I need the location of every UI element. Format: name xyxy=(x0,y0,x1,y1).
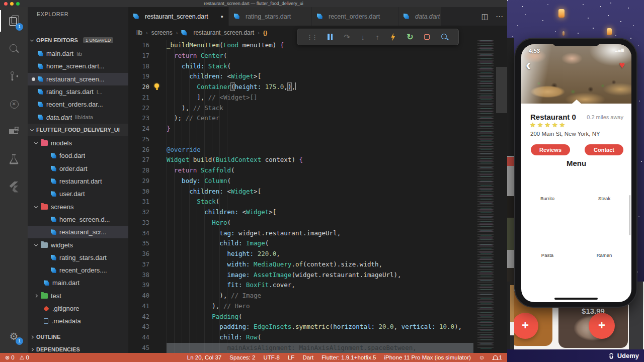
tree-file-item[interactable]: food.dart xyxy=(28,149,128,162)
open-editor-item[interactable]: data.dartlib/data xyxy=(28,111,128,123)
tree-file-item[interactable]: restaurant_scr... xyxy=(28,226,128,238)
menu-item-burrito[interactable]: Burrito xyxy=(526,196,569,201)
add-item-button[interactable]: + xyxy=(589,313,615,339)
breadcrumb-item[interactable]: lib xyxy=(136,29,142,36)
notifications-indicator[interactable]: 1 xyxy=(493,354,502,360)
open-editor-item[interactable]: main.dartlib xyxy=(28,47,128,60)
open-editor-item[interactable]: rating_stars.dartl... xyxy=(28,85,128,98)
tree-folder-widgets[interactable]: widgets xyxy=(28,238,128,251)
tree-folder-test[interactable]: test xyxy=(28,290,128,302)
project-section-header[interactable]: FLUTTER_FOOD_DELIVERY_UI xyxy=(28,124,128,136)
gutter xyxy=(149,249,167,259)
activity-item-flutter[interactable] xyxy=(0,173,28,201)
gutter xyxy=(149,332,167,343)
activity-item-search[interactable] xyxy=(0,35,28,62)
step-out-button[interactable]: ↑ xyxy=(376,33,380,41)
widget-inspector-button[interactable] xyxy=(441,33,449,41)
dependencies-section-header[interactable]: DEPENDENCIES xyxy=(28,343,128,353)
menu-item-steak[interactable]: Steak xyxy=(583,196,625,201)
errors-indicator[interactable]: ⊗0 xyxy=(5,354,15,361)
tab-rating_stars-dart[interactable]: rating_stars.dart xyxy=(229,7,312,26)
feedback-smiley-icon[interactable]: ☺ xyxy=(479,354,485,360)
token: Food xyxy=(223,41,238,49)
udemy-watermark-bar: Udemy xyxy=(507,349,644,362)
menu-item-pasta[interactable]: Pasta xyxy=(526,252,569,258)
split-editor-icon[interactable]: ◫ xyxy=(481,12,489,21)
status-indentation[interactable]: Spaces: 2 xyxy=(229,354,255,360)
dart-file-icon xyxy=(51,166,56,171)
token: children: xyxy=(189,188,223,195)
add-item-button[interactable]: + xyxy=(512,313,538,339)
activity-item-source-control[interactable] xyxy=(0,62,28,90)
tree-file-item[interactable]: main.dart xyxy=(28,277,128,289)
minimap-slider[interactable] xyxy=(496,67,507,113)
lightbulb-icon[interactable] xyxy=(154,83,159,88)
activity-item-extensions[interactable] xyxy=(0,118,28,145)
line-number: 26 xyxy=(128,145,149,155)
contact-button[interactable]: Contact xyxy=(585,144,623,155)
step-over-button[interactable]: ↷ xyxy=(344,33,350,41)
drag-grip-icon[interactable]: ⋮⋮ xyxy=(307,34,317,41)
code-editor[interactable]: 16_buildMenuItem(Food menuItem) {17 retu… xyxy=(128,40,507,353)
open-editor-item[interactable]: restaurant_screen... xyxy=(28,73,128,85)
tab-data-dart[interactable]: data.dart xyxy=(398,7,442,26)
activity-item-test-beaker[interactable] xyxy=(0,145,28,173)
chevron-right-icon: › xyxy=(258,30,260,36)
token: . xyxy=(291,260,295,268)
tab-recent_orders-dart[interactable]: recent_orders.dart xyxy=(312,7,398,26)
search-icon xyxy=(8,43,20,55)
tree-file-item[interactable]: user.dart xyxy=(28,188,128,200)
activity-item-debug[interactable] xyxy=(0,90,28,118)
settings-button[interactable]: ⚙ 1 xyxy=(0,324,28,349)
open-editor-item[interactable]: recent_orders.dar... xyxy=(28,98,128,111)
unsaved-badge: 1 UNSAVED xyxy=(83,37,113,43)
warnings-indicator[interactable]: ⚠0 xyxy=(20,354,29,361)
menu-item-ramen[interactable]: Ramen xyxy=(583,252,625,258)
token: widget.restaurant.imageUrl, xyxy=(234,229,341,237)
stop-button[interactable] xyxy=(424,34,430,40)
step-into-button[interactable]: ↓ xyxy=(361,33,365,41)
tab-label: restaurant_screen.dart xyxy=(145,13,208,20)
phone-scrollbar[interactable] xyxy=(629,195,631,235)
token: ), xyxy=(454,323,462,330)
status-device-selector[interactable]: iPhone 11 Pro Max (ios simulator) xyxy=(384,354,470,360)
status-language-mode[interactable]: Dart xyxy=(302,354,313,360)
tree-file-item[interactable]: rating_stars.dart xyxy=(28,251,128,264)
gutter xyxy=(149,145,167,155)
open-editors-list: main.dartlibhome_screen.dart...restauran… xyxy=(28,47,128,124)
dart-file-icon xyxy=(234,14,239,19)
code-line-45: 45 mainAxisAlignment: MainAxisAlignment.… xyxy=(128,343,507,353)
status-flutter-version[interactable]: Flutter: 1.9.1+hotfix.5 xyxy=(321,354,376,360)
tree-file-item[interactable]: recent_orders.... xyxy=(28,264,128,277)
tree-file-item[interactable]: .gitignore xyxy=(28,302,128,315)
outline-section-header[interactable]: OUTLINE xyxy=(28,331,128,343)
open-editors-section-header[interactable]: OPEN EDITORS 1 UNSAVED xyxy=(28,34,128,46)
tree-file-item[interactable]: .metadata xyxy=(28,315,128,327)
tree-file-item[interactable]: restaurant.dart xyxy=(28,175,128,188)
tree-file-item[interactable]: order.dart xyxy=(28,162,128,175)
test-beaker-icon xyxy=(8,153,20,165)
tree-folder-models[interactable]: models xyxy=(28,137,128,149)
more-actions-icon[interactable]: ⋯ xyxy=(496,12,503,21)
tab-restaurant_screen-dart[interactable]: restaurant_screen.dart● xyxy=(128,7,229,26)
status-eol[interactable]: LF xyxy=(288,354,294,360)
hot-reload-button[interactable] xyxy=(390,33,396,41)
token: (widget.restaurant.imageUrl), xyxy=(291,271,401,279)
iphone-simulator-frame: 4:53 ▂▄▆ ‹ ♥ Restaurant 0 0.2 miles away… xyxy=(514,38,637,308)
breadcrumb-item[interactable]: restaurant_screen.dart xyxy=(193,29,254,36)
favorite-heart-icon[interactable]: ♥ xyxy=(619,60,625,70)
back-button[interactable]: ‹ xyxy=(526,57,531,72)
status-encoding[interactable]: UTF-8 xyxy=(263,354,280,360)
tree-folder-screens[interactable]: screens xyxy=(28,200,128,213)
open-editor-item[interactable]: home_screen.dart... xyxy=(28,60,128,72)
restart-button[interactable]: ↻ xyxy=(407,32,413,42)
line-number: 45 xyxy=(128,343,149,353)
tree-file-item[interactable]: home_screen.d... xyxy=(28,213,128,226)
activity-item-explorer[interactable]: 1 xyxy=(0,7,28,35)
pause-button[interactable] xyxy=(328,34,333,40)
token: ( xyxy=(227,62,231,70)
reviews-button[interactable]: Reviews xyxy=(531,144,570,155)
breadcrumb-item[interactable]: screens xyxy=(151,29,173,36)
status-cursor-position[interactable]: Ln 20, Col 37 xyxy=(187,354,221,360)
dart-file-icon xyxy=(38,115,43,120)
